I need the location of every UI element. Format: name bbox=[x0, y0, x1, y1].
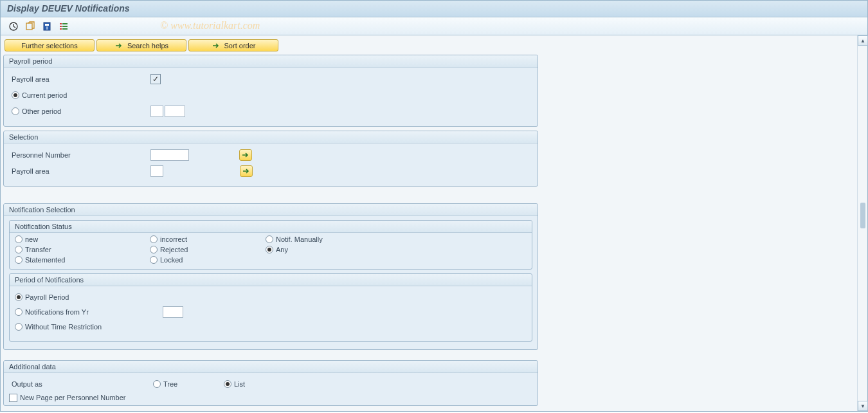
sort-order-button[interactable]: Sort order bbox=[188, 39, 278, 51]
payroll-area-multiple-button[interactable] bbox=[240, 165, 253, 177]
svg-rect-3 bbox=[26, 23, 32, 30]
payroll-area-sel-input[interactable] bbox=[150, 165, 163, 177]
radio-icon bbox=[15, 235, 23, 243]
arrow-right-icon bbox=[212, 41, 221, 50]
status-transfer-label: Transfer bbox=[25, 246, 51, 253]
output-list-label: List bbox=[234, 380, 245, 388]
svg-rect-11 bbox=[60, 28, 62, 30]
period-without-restriction-label: Without Time Restriction bbox=[25, 323, 102, 331]
status-statemented-label: Statemented bbox=[25, 256, 65, 264]
status-new-label: new bbox=[25, 235, 38, 243]
vertical-scrollbar[interactable]: ▲ ▼ bbox=[857, 35, 867, 411]
status-statemented-radio[interactable]: Statemented bbox=[15, 256, 150, 264]
radio-icon bbox=[15, 323, 23, 331]
new-page-label: New Page per Personnel Number bbox=[20, 394, 125, 401]
output-as-label: Output as bbox=[9, 380, 150, 388]
sort-order-label: Sort order bbox=[224, 42, 256, 50]
payroll-area-checkbox[interactable]: ✓ bbox=[150, 74, 161, 84]
status-notif-manually-label: Notif. Manually bbox=[276, 235, 323, 243]
payroll-period-title: Payroll period bbox=[4, 55, 538, 68]
status-new-radio[interactable]: new bbox=[15, 235, 150, 243]
current-period-label: Current period bbox=[22, 91, 67, 99]
notification-status-group: Notification Status new incorrect Notif.… bbox=[9, 220, 532, 270]
output-list-radio[interactable]: List bbox=[224, 380, 245, 388]
notification-selection-title: Notification Selection bbox=[4, 204, 538, 216]
status-incorrect-label: incorrect bbox=[160, 235, 187, 243]
selection-group: Selection Personnel Number Payroll area bbox=[3, 131, 538, 187]
status-notif-manually-radio[interactable]: Notif. Manually bbox=[266, 235, 381, 243]
output-tree-label: Tree bbox=[163, 380, 177, 388]
period-of-notifications-group: Period of Notifications Payroll Period N… bbox=[9, 273, 532, 342]
payroll-area-sel-label: Payroll area bbox=[9, 167, 150, 175]
status-rejected-radio[interactable]: Rejected bbox=[150, 246, 266, 253]
arrow-right-icon bbox=[242, 151, 249, 159]
payroll-period-group: Payroll period Payroll area ✓ Current pe… bbox=[3, 55, 538, 127]
radio-icon bbox=[15, 246, 23, 253]
radio-icon bbox=[150, 235, 158, 243]
further-selections-button[interactable]: Further selections bbox=[5, 39, 95, 51]
get-variant-icon[interactable] bbox=[24, 20, 37, 33]
arrow-right-icon bbox=[114, 41, 123, 50]
svg-rect-8 bbox=[62, 23, 68, 24]
arrow-right-icon bbox=[242, 167, 250, 175]
radio-icon bbox=[150, 246, 158, 253]
scroll-thumb[interactable] bbox=[860, 203, 865, 228]
search-helps-label: Search helps bbox=[127, 42, 168, 50]
new-page-checkbox[interactable] bbox=[9, 394, 17, 402]
period-without-restriction-radio[interactable]: Without Time Restriction bbox=[15, 323, 163, 331]
list-icon[interactable] bbox=[57, 20, 70, 33]
notification-selection-group: Notification Selection Notification Stat… bbox=[3, 203, 538, 350]
other-period-input-1[interactable] bbox=[150, 106, 163, 117]
check-icon: ✓ bbox=[152, 75, 159, 84]
other-period-input-2[interactable] bbox=[165, 106, 185, 117]
radio-icon bbox=[12, 91, 19, 99]
svg-text:i: i bbox=[46, 25, 48, 31]
status-any-label: Any bbox=[276, 246, 288, 253]
additional-data-title: Additional data bbox=[4, 361, 538, 373]
scroll-down-button[interactable]: ▼ bbox=[858, 401, 868, 411]
status-incorrect-radio[interactable]: incorrect bbox=[150, 235, 266, 243]
selection-button-row: Further selections Search helps Sort ord… bbox=[3, 38, 865, 53]
content-area: Further selections Search helps Sort ord… bbox=[1, 35, 867, 411]
period-payroll-label: Payroll Period bbox=[25, 293, 69, 301]
radio-icon bbox=[15, 293, 23, 301]
radio-icon bbox=[12, 107, 19, 115]
period-payroll-radio[interactable]: Payroll Period bbox=[15, 293, 163, 301]
status-locked-radio[interactable]: Locked bbox=[150, 256, 266, 264]
status-transfer-radio[interactable]: Transfer bbox=[15, 246, 150, 253]
radio-icon bbox=[15, 256, 23, 264]
personnel-number-input[interactable] bbox=[150, 149, 189, 161]
notifications-from-yr-input[interactable] bbox=[163, 306, 183, 318]
further-selections-label: Further selections bbox=[21, 42, 77, 50]
payroll-area-label: Payroll area bbox=[9, 75, 150, 83]
info-icon[interactable]: i bbox=[41, 20, 53, 33]
notification-status-title: Notification Status bbox=[10, 221, 532, 233]
personnel-number-label: Personnel Number bbox=[9, 151, 150, 159]
new-page-checkbox-row[interactable]: New Page per Personnel Number bbox=[9, 394, 125, 402]
status-any-radio[interactable]: Any bbox=[266, 246, 381, 253]
radio-icon bbox=[266, 235, 273, 243]
svg-rect-7 bbox=[60, 23, 62, 24]
svg-line-2 bbox=[14, 26, 15, 28]
status-locked-label: Locked bbox=[160, 256, 183, 264]
page-title: Display DEUEV Notifications bbox=[7, 3, 130, 14]
execute-icon[interactable] bbox=[7, 20, 20, 33]
svg-rect-10 bbox=[62, 26, 68, 27]
personnel-number-multiple-button[interactable] bbox=[239, 149, 252, 161]
output-tree-radio[interactable]: Tree bbox=[153, 380, 177, 388]
radio-icon bbox=[266, 246, 273, 253]
additional-data-group: Additional data Output as Tree List bbox=[3, 360, 538, 406]
svg-rect-12 bbox=[62, 28, 68, 30]
svg-rect-9 bbox=[60, 26, 62, 27]
other-period-label: Other period bbox=[22, 107, 61, 115]
period-from-yr-radio[interactable]: Notifications from Yr bbox=[15, 308, 163, 316]
other-period-radio[interactable]: Other period bbox=[9, 107, 150, 115]
selection-title: Selection bbox=[4, 131, 538, 143]
status-rejected-label: Rejected bbox=[160, 246, 188, 253]
radio-icon bbox=[15, 308, 23, 316]
radio-icon bbox=[153, 380, 161, 388]
watermark: © www.tutorialkart.com bbox=[160, 20, 260, 32]
scroll-up-button[interactable]: ▲ bbox=[858, 35, 868, 46]
search-helps-button[interactable]: Search helps bbox=[96, 39, 186, 51]
current-period-radio[interactable]: Current period bbox=[9, 91, 150, 99]
